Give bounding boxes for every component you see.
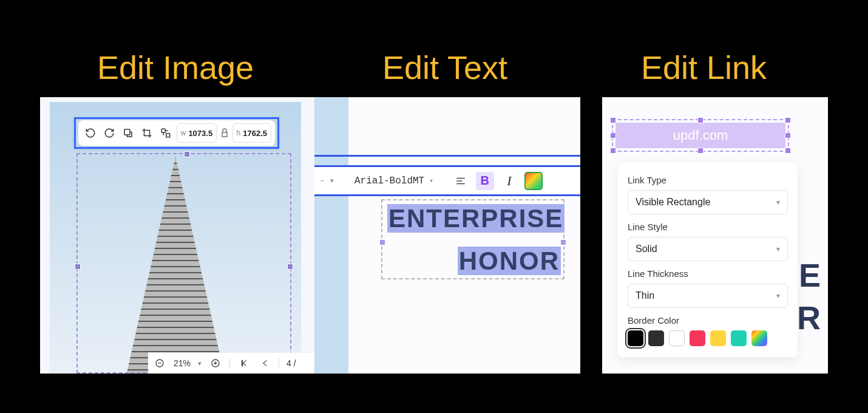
swatch-teal[interactable] bbox=[731, 330, 747, 346]
chevron-down-icon: ▾ bbox=[776, 245, 780, 253]
text-toolbar: - ▾ Arial-BoldMT ▾ B I bbox=[314, 165, 580, 196]
chevron-down-icon: ▾ bbox=[776, 292, 780, 300]
swatch-red[interactable] bbox=[690, 330, 705, 346]
image-toolbar: w 1073.5 h 1762.5 bbox=[74, 117, 279, 149]
background-text: E R bbox=[797, 254, 822, 339]
section-title-link: Edit Link bbox=[641, 49, 767, 86]
page-indicator[interactable]: 4 / bbox=[287, 358, 296, 368]
zoom-bar: 21% ▾ 4 / bbox=[148, 352, 314, 374]
swatch-black[interactable] bbox=[628, 330, 643, 346]
swatch-white[interactable] bbox=[669, 330, 685, 346]
width-label: w bbox=[181, 129, 186, 137]
replace-image-icon[interactable] bbox=[158, 125, 174, 142]
svg-rect-0 bbox=[124, 129, 130, 135]
line-style-value: Solid bbox=[636, 244, 657, 254]
link-type-value: Visible Rectangle bbox=[636, 197, 710, 208]
bold-button[interactable]: B bbox=[476, 172, 494, 190]
line-thickness-select[interactable]: Thin ▾ bbox=[628, 284, 788, 308]
height-label: h bbox=[237, 129, 241, 137]
link-type-label: Link Type bbox=[628, 175, 788, 185]
extract-image-icon[interactable] bbox=[120, 125, 136, 142]
height-value: 1762.5 bbox=[243, 129, 267, 138]
link-properties-form: Link Type Visible Rectangle ▾ Line Style… bbox=[618, 163, 798, 357]
zoom-percent[interactable]: 21% bbox=[174, 358, 191, 368]
swatch-rainbow-icon[interactable] bbox=[751, 330, 767, 346]
prev-page-icon[interactable] bbox=[258, 357, 271, 370]
italic-button[interactable]: I bbox=[500, 172, 518, 190]
swatch-yellow[interactable] bbox=[710, 330, 726, 346]
svg-rect-1 bbox=[161, 129, 165, 132]
align-left-icon[interactable] bbox=[452, 172, 470, 190]
text-line-1[interactable]: ENTERPRISE bbox=[387, 204, 565, 233]
line-style-label: Line Style bbox=[628, 222, 788, 232]
font-family-select[interactable]: Arial-BoldMT ▾ bbox=[354, 176, 433, 186]
width-input[interactable]: w 1073.5 bbox=[177, 123, 217, 143]
first-page-icon[interactable] bbox=[237, 357, 251, 370]
panel-edit-link: E R updf.com Link Type Visible Rectangle… bbox=[602, 97, 828, 374]
panel-edit-text: - ▾ Arial-BoldMT ▾ B I ENTERPRISE HONOR bbox=[314, 97, 580, 374]
line-thickness-label: Line Thickness bbox=[628, 268, 788, 279]
lock-aspect-icon[interactable] bbox=[219, 125, 229, 142]
swatch-dark-gray[interactable] bbox=[648, 330, 664, 346]
rotate-right-icon[interactable] bbox=[101, 125, 117, 142]
font-size-value[interactable]: - bbox=[320, 174, 324, 187]
width-value: 1073.5 bbox=[188, 129, 212, 138]
line-thickness-value: Thin bbox=[636, 290, 654, 301]
svg-rect-2 bbox=[166, 134, 170, 137]
section-title-image: Edit Image bbox=[97, 49, 254, 86]
rotate-left-icon[interactable] bbox=[82, 125, 98, 142]
font-size-dropdown-icon[interactable]: ▾ bbox=[330, 177, 334, 185]
zoom-out-icon[interactable] bbox=[153, 357, 166, 370]
zoom-dropdown-icon[interactable]: ▾ bbox=[198, 360, 202, 367]
zoom-in-icon[interactable] bbox=[209, 357, 222, 370]
border-color-swatches bbox=[628, 330, 788, 346]
height-input[interactable]: h 1762.5 bbox=[232, 123, 271, 143]
link-annotation-box[interactable]: updf.com bbox=[612, 119, 789, 152]
border-color-label: Border Color bbox=[628, 315, 788, 326]
text-color-picker-icon[interactable] bbox=[524, 172, 543, 190]
chevron-down-icon: ▾ bbox=[776, 198, 780, 206]
text-toolbar-outline-top bbox=[314, 155, 580, 157]
font-family-value: Arial-BoldMT bbox=[354, 176, 424, 186]
panel-edit-image: w 1073.5 h 1762.5 21% ▾ bbox=[40, 97, 314, 374]
crop-icon[interactable] bbox=[138, 125, 155, 142]
font-family-dropdown-icon: ▾ bbox=[429, 177, 433, 185]
link-url-label: updf.com bbox=[615, 123, 785, 148]
section-title-text: Edit Text bbox=[382, 49, 507, 86]
text-page-margin bbox=[314, 97, 348, 374]
link-type-select[interactable]: Visible Rectangle ▾ bbox=[628, 190, 788, 214]
building-photo bbox=[112, 157, 239, 374]
text-line-2[interactable]: HONOR bbox=[458, 247, 561, 276]
line-style-select[interactable]: Solid ▾ bbox=[628, 237, 788, 261]
text-edit-selection[interactable]: ENTERPRISE HONOR bbox=[381, 199, 565, 279]
